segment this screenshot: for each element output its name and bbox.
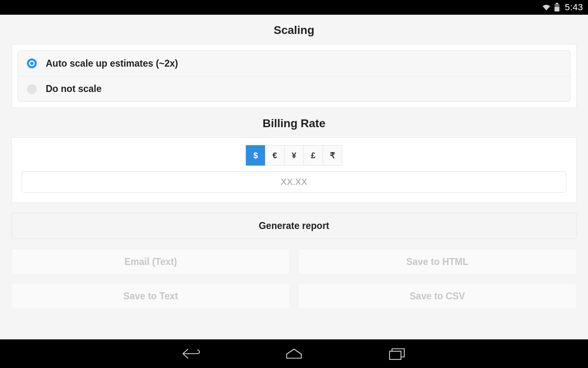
recents-icon (388, 347, 406, 360)
export-save-html-button[interactable]: Save to HTML (298, 249, 577, 275)
currency-segmented-control: $ € ¥ £ ₹ (22, 145, 566, 166)
scaling-option-label: Auto scale up estimates (~2x) (46, 58, 178, 69)
currency-seg-pound[interactable]: £ (303, 145, 323, 166)
back-icon (180, 347, 202, 361)
svg-rect-3 (390, 351, 401, 359)
currency-seg-euro[interactable]: € (265, 145, 285, 166)
battery-icon (554, 3, 560, 12)
svg-rect-2 (555, 7, 559, 11)
scaling-option-none[interactable]: Do not scale (18, 76, 570, 101)
nav-recents-button[interactable] (386, 346, 408, 362)
navigation-bar (0, 339, 588, 368)
status-time: 5:43 (565, 2, 583, 13)
export-email-text-button[interactable]: Email (Text) (11, 249, 290, 275)
nav-home-button[interactable] (283, 346, 305, 362)
svg-rect-0 (556, 3, 558, 4)
wifi-icon (542, 4, 551, 11)
export-buttons: Email (Text) Save to HTML Save to Text S… (11, 249, 577, 309)
export-save-text-button[interactable]: Save to Text (11, 283, 290, 309)
status-bar: 5:43 (0, 0, 588, 15)
billing-rate-input[interactable] (22, 171, 566, 193)
currency-seg-rupee[interactable]: ₹ (323, 145, 342, 166)
scaling-option-label: Do not scale (46, 83, 102, 94)
radio-unselected-icon (27, 84, 37, 94)
content-area: Scaling Auto scale up estimates (~2x) Do… (0, 15, 588, 339)
scaling-radio-group: Auto scale up estimates (~2x) Do not sca… (18, 50, 570, 102)
generate-report-button[interactable]: Generate report (11, 213, 577, 239)
scaling-card: Auto scale up estimates (~2x) Do not sca… (11, 44, 577, 108)
scaling-option-auto[interactable]: Auto scale up estimates (~2x) (18, 51, 570, 76)
billing-title: Billing Rate (0, 117, 588, 130)
scaling-title: Scaling (0, 24, 588, 37)
nav-back-button[interactable] (180, 346, 202, 362)
currency-seg-dollar[interactable]: $ (246, 145, 265, 166)
export-save-csv-button[interactable]: Save to CSV (298, 283, 577, 309)
radio-selected-icon (27, 58, 37, 68)
currency-seg-yen[interactable]: ¥ (284, 145, 304, 166)
billing-card: $ € ¥ £ ₹ (11, 137, 577, 203)
home-icon (285, 348, 303, 360)
